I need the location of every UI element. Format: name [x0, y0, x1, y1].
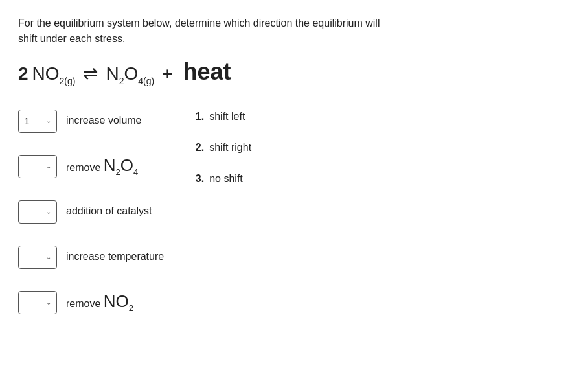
dropdown-4[interactable]: ⌄: [18, 246, 57, 269]
dropdown-5[interactable]: ⌄: [18, 291, 57, 314]
chevron-down-icon-4: ⌄: [46, 253, 51, 260]
question-label-5: remove NO2: [66, 290, 133, 314]
answer-number-3: 3.: [190, 173, 204, 185]
eq-heat: heat: [183, 58, 231, 86]
answer-text-1: shift left: [209, 111, 245, 122]
answer-text-3: no shift: [209, 173, 243, 185]
chevron-down-icon-3: ⌄: [46, 208, 51, 215]
question-label-3: addition of catalyst: [66, 204, 152, 218]
question-row-2: ⌄ remove N2O4: [18, 150, 164, 183]
question-row-4: ⌄ increase temperature: [18, 240, 164, 274]
dropdown-1-value: 1: [24, 115, 33, 126]
eq-product: N2O4(g): [106, 63, 154, 86]
question-label-1: increase volume: [66, 113, 142, 128]
eq-plus: +: [162, 63, 172, 84]
answer-row-3: 3. no shift: [190, 173, 251, 185]
intro-text: For the equilibrium system below, determ…: [18, 16, 549, 47]
dropdown-1[interactable]: 1 ⌄: [18, 110, 57, 133]
eq-arrow: ⇌: [83, 63, 98, 84]
question-label-4: increase temperature: [66, 249, 164, 264]
questions-column: 1 ⌄ increase volume ⌄ remove N2O4 ⌄ addi…: [18, 104, 164, 331]
answer-number-1: 1.: [190, 111, 204, 122]
answer-number-2: 2.: [190, 142, 204, 154]
dropdown-2[interactable]: ⌄: [18, 155, 57, 178]
answer-row-1: 1. shift left: [190, 111, 251, 122]
chevron-down-icon-2: ⌄: [46, 163, 51, 170]
answers-column: 1. shift left 2. shift right 3. no shift: [190, 104, 251, 331]
equation: 2 NO2(g) ⇌ N2O4(g) + heat: [18, 58, 552, 86]
question-row-3: ⌄ addition of catalyst: [18, 195, 164, 229]
question-row-5: ⌄ remove NO2: [18, 286, 164, 319]
dropdown-3[interactable]: ⌄: [18, 200, 57, 224]
eq-coeff: 2: [18, 63, 28, 84]
chevron-down-icon-1: ⌄: [46, 117, 51, 124]
answer-text-2: shift right: [209, 142, 251, 154]
chevron-down-icon-5: ⌄: [46, 299, 51, 306]
eq-reactant: NO2(g): [32, 63, 76, 86]
answer-row-2: 2. shift right: [190, 142, 251, 154]
question-row-1: 1 ⌄ increase volume: [18, 104, 164, 138]
content-area: 1 ⌄ increase volume ⌄ remove N2O4 ⌄ addi…: [18, 104, 552, 331]
question-label-2: remove N2O4: [66, 154, 138, 178]
